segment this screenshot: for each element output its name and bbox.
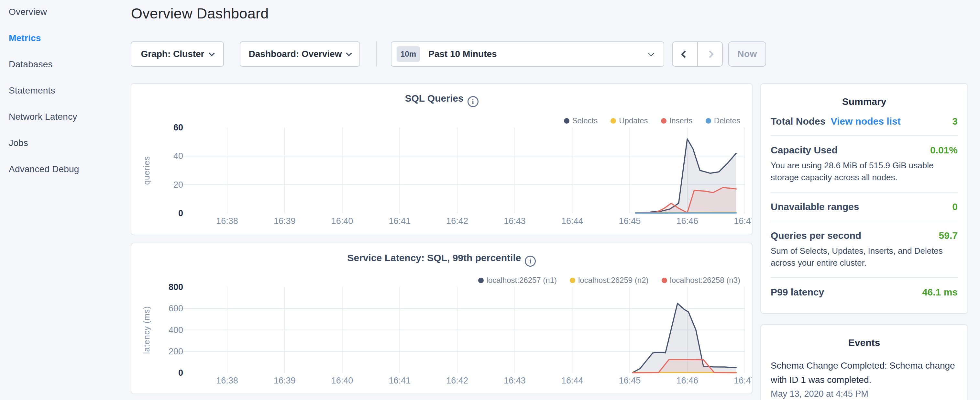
chevron-right-icon [706, 50, 714, 58]
chevron-left-icon [681, 50, 689, 58]
svg-text:16:40: 16:40 [331, 376, 353, 386]
sidebar-item-advanced-debug[interactable]: Advanced Debug [9, 162, 129, 176]
summary-row-line: P99 latency46.1 ms [771, 287, 958, 298]
summary-row: Total NodesView nodes list3 [771, 107, 958, 136]
svg-text:16:41: 16:41 [389, 216, 411, 226]
svg-text:16:39: 16:39 [274, 376, 296, 386]
time-step-forward-button[interactable] [698, 42, 722, 66]
summary-row-label: Unavailable ranges [771, 201, 859, 212]
summary-row: Queries per second59.7Sum of Selects, Up… [771, 222, 958, 278]
summary-row-label: P99 latency [771, 287, 824, 298]
svg-text:16:44: 16:44 [562, 216, 583, 226]
summary-row-label: Total Nodes [771, 116, 825, 127]
svg-text:16:40: 16:40 [331, 216, 353, 226]
sidebar-item-overview[interactable]: Overview [9, 5, 129, 19]
summary-heading: Summary [771, 96, 958, 107]
summary-row: Capacity Used0.01%You are using 28.6 MiB… [771, 136, 958, 193]
sidebar-nav: OverviewMetricsDatabasesStatementsNetwor… [0, 0, 129, 400]
svg-text:16:47: 16:47 [734, 216, 752, 226]
svg-text:16:38: 16:38 [216, 376, 238, 386]
svg-text:800: 800 [169, 282, 183, 292]
now-button[interactable]: Now [728, 41, 766, 67]
svg-text:0: 0 [178, 368, 183, 378]
svg-text:16:39: 16:39 [274, 216, 296, 226]
svg-text:16:38: 16:38 [216, 216, 238, 226]
svg-text:16:43: 16:43 [504, 376, 526, 386]
chevron-down-icon [648, 50, 654, 56]
graph-dropdown[interactable]: Graph: Cluster [131, 41, 224, 67]
toolbar-divider [376, 41, 377, 67]
chevron-down-icon [209, 50, 215, 56]
svg-text:16:43: 16:43 [504, 216, 526, 226]
summary-row-description: You are using 28.6 MiB of 515.9 GiB usab… [771, 159, 958, 183]
svg-text:16:46: 16:46 [676, 216, 698, 226]
sql-queries-chart-card: SQL Queriesi SelectsUpdatesInsertsDelete… [131, 83, 752, 235]
view-nodes-list-link[interactable]: View nodes list [830, 116, 900, 127]
summary-row-value: 59.7 [939, 230, 958, 241]
svg-text:20: 20 [173, 180, 183, 190]
sidebar-item-network-latency[interactable]: Network Latency [9, 110, 129, 124]
dashboard-dropdown-label: Dashboard: Overview [249, 49, 342, 59]
svg-text:16:42: 16:42 [446, 376, 468, 386]
sidebar-item-metrics[interactable]: Metrics [9, 31, 129, 45]
svg-text:16:47: 16:47 [734, 376, 752, 386]
svg-text:400: 400 [169, 325, 183, 335]
summary-row-value: 3 [952, 116, 958, 127]
summary-row-value: 0.01% [930, 145, 958, 156]
time-step-buttons [672, 41, 723, 67]
event-timestamp: May 13, 2020 at 4:45 PM [771, 389, 958, 399]
summary-row-line: Capacity Used0.01% [771, 145, 958, 156]
summary-row: Unavailable ranges0 [771, 193, 958, 222]
summary-row-description: Sum of Selects, Updates, Inserts, and De… [771, 245, 958, 269]
summary-row-line: Unavailable ranges0 [771, 201, 958, 212]
summary-row: P99 latency46.1 ms [771, 278, 958, 306]
summary-row-label: Queries per second [771, 230, 861, 241]
time-range-select[interactable]: 10m Past 10 Minutes [391, 41, 664, 67]
events-panel: Events Schema Change Completed: Schema c… [760, 324, 968, 400]
dashboard-dropdown[interactable]: Dashboard: Overview [240, 41, 360, 67]
sql-queries-chart: 16:3816:3916:4016:4116:4216:4316:4416:45… [131, 84, 752, 234]
svg-text:60: 60 [173, 123, 183, 132]
svg-text:16:44: 16:44 [562, 376, 583, 386]
svg-text:16:42: 16:42 [446, 216, 468, 226]
summary-row-line: Queries per second59.7 [771, 230, 958, 241]
events-heading: Events [771, 337, 958, 348]
svg-text:40: 40 [173, 151, 183, 161]
svg-text:16:45: 16:45 [619, 216, 641, 226]
service-latency-chart: 16:3816:3916:4016:4116:4216:4316:4416:45… [131, 243, 752, 394]
event-text: Schema Change Completed: Schema change w… [771, 359, 958, 387]
chevron-down-icon [346, 50, 352, 56]
summary-panel: Summary Total NodesView nodes list3Capac… [760, 83, 968, 314]
svg-text:queries: queries [142, 156, 151, 185]
time-range-label: Past 10 Minutes [428, 49, 497, 59]
graph-dropdown-label: Graph: Cluster [141, 49, 204, 59]
svg-text:16:45: 16:45 [619, 376, 641, 386]
svg-text:0: 0 [178, 209, 183, 218]
summary-row-line: Total NodesView nodes list3 [771, 116, 958, 127]
svg-text:latency (ms): latency (ms) [142, 306, 151, 354]
time-step-back-button[interactable] [673, 42, 698, 66]
time-range-badge: 10m [397, 46, 420, 62]
svg-text:600: 600 [169, 304, 183, 313]
event-list-item[interactable]: Schema Change Completed: Schema change w… [771, 359, 958, 399]
page-title: Overview Dashboard [131, 5, 269, 22]
summary-row-value: 0 [952, 201, 958, 212]
summary-row-label: Capacity Used [771, 145, 838, 156]
sidebar-item-statements[interactable]: Statements [9, 83, 129, 97]
svg-text:16:46: 16:46 [676, 376, 698, 386]
svg-text:200: 200 [169, 347, 183, 356]
service-latency-chart-card: Service Latency: SQL, 99th percentilei l… [131, 243, 752, 394]
summary-row-value: 46.1 ms [922, 287, 958, 298]
svg-text:16:41: 16:41 [389, 376, 411, 386]
sidebar-item-databases[interactable]: Databases [9, 57, 129, 71]
sidebar-item-jobs[interactable]: Jobs [9, 136, 129, 150]
